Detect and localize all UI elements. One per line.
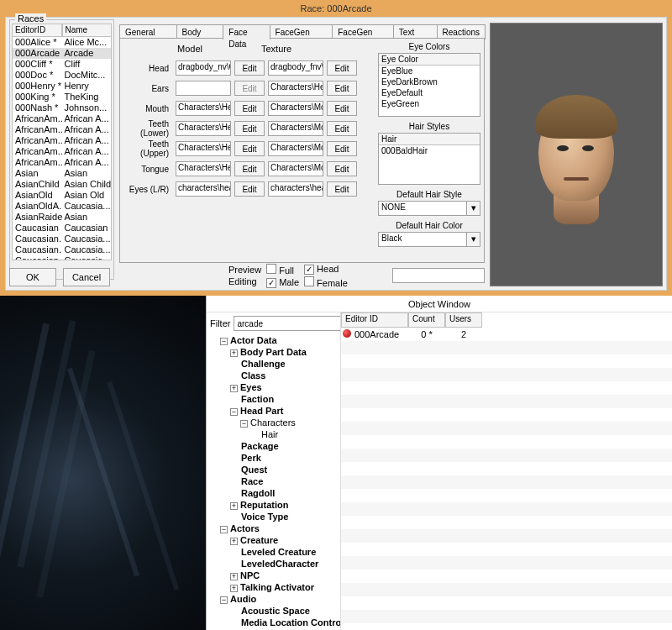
race-row[interactable]: AsianOldAsian Old bbox=[13, 190, 111, 201]
texture-field[interactable]: characters\head bbox=[268, 181, 323, 197]
races-list[interactable]: 000Alice *Alice Mc...000Arcade *Arcade00… bbox=[12, 37, 112, 260]
tree-node[interactable]: +Body Part Data bbox=[210, 346, 337, 358]
default-hair-color-combo[interactable]: Black ▾ bbox=[378, 232, 480, 247]
eye-color-item[interactable]: EyeDefault bbox=[379, 87, 480, 98]
race-row[interactable]: 000Henry *Henry bbox=[13, 81, 111, 92]
expand-icon[interactable]: + bbox=[230, 502, 238, 510]
race-row[interactable]: AfricanAm...African A... bbox=[13, 124, 111, 135]
race-row[interactable]: 000Arcade *Arcade bbox=[13, 48, 111, 59]
tree-node[interactable]: Perk bbox=[210, 452, 337, 464]
tree-node[interactable]: Ragdoll bbox=[210, 487, 337, 499]
tab-face-data[interactable]: Face Data bbox=[223, 24, 270, 39]
texture-field[interactable]: Characters\Mou bbox=[268, 101, 323, 116]
col-editor-id[interactable]: Editor ID bbox=[341, 312, 408, 328]
race-row[interactable]: Caucasian...Caucasia... bbox=[13, 234, 111, 244]
hair-styles-header[interactable]: Hair bbox=[379, 134, 480, 145]
col-editorid[interactable]: EditorID bbox=[12, 24, 62, 37]
expand-icon[interactable]: + bbox=[230, 349, 238, 357]
edit-model-button[interactable]: Edit bbox=[234, 181, 265, 197]
tree-node[interactable]: Leveled Creature bbox=[210, 546, 337, 558]
race-row[interactable]: AfricanAm...African A... bbox=[13, 135, 111, 146]
tree-node[interactable]: Package bbox=[210, 440, 337, 452]
tree-node[interactable]: Quest bbox=[210, 464, 337, 475]
model-field[interactable]: Characters\Hea bbox=[176, 161, 231, 176]
object-list-header[interactable]: Editor ID Count Users bbox=[341, 312, 672, 328]
edit-texture-button[interactable]: Edit bbox=[327, 161, 357, 176]
eye-color-item[interactable]: EyeDarkBrown bbox=[379, 76, 480, 87]
race-row[interactable]: 000Alice *Alice Mc... bbox=[13, 37, 111, 48]
race-row[interactable]: AsianOldA...Caucasia... bbox=[13, 201, 111, 212]
eye-colors-header[interactable]: Eye Color bbox=[379, 54, 480, 66]
male-checkbox[interactable]: ✓ bbox=[266, 278, 276, 288]
col-count[interactable]: Count bbox=[408, 312, 445, 328]
collapse-icon[interactable]: − bbox=[230, 408, 238, 416]
tree-node[interactable]: +Reputation bbox=[210, 499, 337, 511]
tree-node[interactable]: Class bbox=[210, 370, 337, 381]
race-row[interactable]: AsianRaiderAsian bbox=[13, 212, 111, 223]
race-row[interactable]: AfricanAm...African A... bbox=[13, 146, 111, 157]
eye-colors-list[interactable]: Eye Color EyeBlueEyeDarkBrownEyeDefaultE… bbox=[378, 53, 480, 117]
default-hair-style-combo[interactable]: NONE ▾ bbox=[378, 201, 480, 216]
race-row[interactable]: AsianAsian bbox=[13, 168, 111, 179]
race-row[interactable]: Caucasian...Caucasia... bbox=[13, 244, 111, 255]
object-list[interactable]: 000Arcade0 *2 bbox=[341, 328, 672, 630]
tree-node[interactable]: +NPC bbox=[210, 570, 337, 581]
race-row[interactable]: AfricanAm...African A... bbox=[13, 113, 111, 124]
model-field[interactable]: Characters\Hea bbox=[176, 101, 231, 116]
tree-node[interactable]: −Actors bbox=[210, 522, 337, 534]
edit-texture-button[interactable]: Edit bbox=[327, 101, 357, 116]
tree-node[interactable]: −Characters bbox=[210, 417, 337, 428]
edit-texture-button[interactable]: Edit bbox=[327, 60, 357, 76]
race-row[interactable]: AsianChildAsian Child bbox=[13, 179, 111, 190]
tree-node[interactable]: −Head Part bbox=[210, 405, 337, 417]
eye-color-item[interactable]: EyeBlue bbox=[379, 66, 480, 76]
edit-model-button[interactable]: Edit bbox=[234, 141, 265, 156]
ok-button[interactable]: OK bbox=[9, 268, 56, 286]
model-field[interactable]: characters\head bbox=[176, 181, 231, 197]
race-row[interactable]: 000Doc *DocMitc... bbox=[13, 70, 111, 81]
tree-node[interactable]: Faction bbox=[210, 393, 337, 405]
tree-node[interactable]: +Eyes bbox=[210, 381, 337, 393]
tree-node[interactable]: −Audio bbox=[210, 593, 337, 605]
filter-input[interactable] bbox=[234, 316, 341, 331]
tree-node[interactable]: +Talking Activator bbox=[210, 581, 337, 593]
edit-model-button[interactable]: Edit bbox=[234, 161, 265, 176]
preview-3d[interactable] bbox=[490, 23, 663, 286]
female-checkbox[interactable] bbox=[304, 276, 314, 286]
collapse-icon[interactable]: − bbox=[220, 338, 228, 345]
texture-field[interactable]: Characters\Mou bbox=[268, 121, 323, 136]
tree-node[interactable]: Voice Type bbox=[210, 511, 337, 522]
edit-texture-button[interactable]: Edit bbox=[327, 181, 357, 197]
model-field[interactable]: Characters\Hea bbox=[176, 141, 231, 156]
full-checkbox[interactable] bbox=[266, 264, 276, 274]
texture-field[interactable]: dragbody_fnv\M bbox=[268, 60, 323, 76]
edit-texture-button[interactable]: Edit bbox=[327, 141, 357, 156]
tree-node[interactable]: Hair bbox=[210, 428, 337, 440]
category-tree[interactable]: −Actor Data+Body Part DataChallengeClass… bbox=[210, 334, 337, 630]
chevron-down-icon[interactable]: ▾ bbox=[467, 201, 480, 216]
cancel-button[interactable]: Cancel bbox=[63, 268, 110, 286]
bottom-field[interactable] bbox=[392, 268, 485, 283]
eye-color-item[interactable]: EyeGreen bbox=[379, 98, 480, 109]
object-row[interactable]: 000Arcade0 *2 bbox=[341, 328, 672, 341]
tree-node[interactable]: Challenge bbox=[210, 358, 337, 370]
tree-node[interactable]: −Actor Data bbox=[210, 334, 337, 346]
collapse-icon[interactable]: − bbox=[240, 420, 248, 428]
texture-field[interactable]: Characters\Hea bbox=[268, 81, 323, 96]
collapse-icon[interactable]: − bbox=[220, 596, 228, 604]
expand-icon[interactable]: + bbox=[230, 538, 238, 545]
race-row[interactable]: 000King *TheKing bbox=[13, 92, 111, 102]
tree-node[interactable]: LeveledCharacter bbox=[210, 558, 337, 570]
expand-icon[interactable]: + bbox=[230, 585, 238, 592]
collapse-icon[interactable]: − bbox=[220, 526, 228, 533]
races-list-header[interactable]: EditorID Name bbox=[12, 24, 112, 37]
model-field[interactable]: Characters\Hea bbox=[176, 121, 231, 136]
edit-texture-button[interactable]: Edit bbox=[327, 121, 357, 136]
tree-node[interactable]: Race bbox=[210, 475, 337, 487]
edit-model-button[interactable]: Edit bbox=[234, 101, 265, 116]
edit-model-button[interactable]: Edit bbox=[234, 121, 265, 136]
expand-icon[interactable]: + bbox=[230, 573, 238, 580]
race-row[interactable]: CaucasianCaucasian bbox=[13, 223, 111, 234]
tree-node[interactable]: +Creature bbox=[210, 534, 337, 546]
model-field[interactable] bbox=[176, 81, 231, 96]
